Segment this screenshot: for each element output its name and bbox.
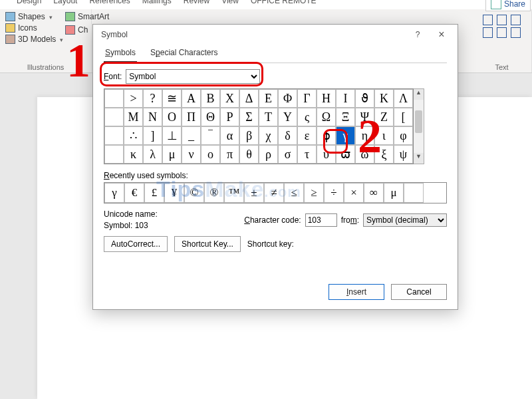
- symbol-cell[interactable]: Ω: [317, 108, 336, 126]
- symbol-cell[interactable]: _: [182, 126, 201, 145]
- symbol-cell[interactable]: ω: [355, 145, 374, 164]
- tab-view[interactable]: View: [221, 0, 239, 5]
- symbol-cell[interactable]: Ξ: [336, 108, 355, 126]
- symbol-cell[interactable]: υ: [317, 145, 336, 164]
- symbol-cell[interactable]: ϕ: [317, 126, 336, 145]
- textbox-icon[interactable]: [483, 15, 493, 25]
- tab-mailings[interactable]: Mailings: [142, 0, 172, 5]
- grid-scrollbar[interactable]: ▲ ▼: [414, 88, 424, 164]
- symbol-cell[interactable]: τ: [297, 145, 317, 164]
- autocorrect-button[interactable]: AutoCorrect...: [104, 236, 168, 252]
- symbol-cell[interactable]: Υ: [278, 108, 297, 126]
- symbol-cell[interactable]: Α: [182, 89, 201, 108]
- recent-cell[interactable]: ≥: [304, 183, 324, 203]
- recent-grid[interactable]: γ€£¥©®™±≠≤≥÷×∞μ: [104, 182, 447, 203]
- symbol-cell[interactable]: ϑ: [355, 89, 374, 108]
- symbol-cell[interactable]: ε: [297, 126, 317, 145]
- symbol-cell-blank[interactable]: [104, 126, 124, 145]
- tab-references[interactable]: References: [89, 0, 130, 5]
- symbol-cell[interactable]: ξ: [374, 145, 394, 164]
- symbol-cell[interactable]: γ: [336, 126, 355, 145]
- symbol-cell[interactable]: Β: [201, 89, 220, 108]
- symbol-cell[interactable]: Λ: [394, 89, 413, 108]
- symbol-cell[interactable]: Φ: [278, 89, 297, 108]
- symbol-cell[interactable]: π: [220, 145, 239, 164]
- recent-cell[interactable]: ≤: [284, 183, 304, 203]
- symbol-cell[interactable]: Ο: [162, 108, 182, 126]
- chart-button[interactable]: Ch: [65, 25, 88, 35]
- symbol-cell[interactable]: η: [355, 126, 374, 145]
- recent-cell[interactable]: ±: [244, 183, 264, 203]
- recent-cell[interactable]: ≠: [264, 183, 284, 203]
- recent-cell[interactable]: ©: [184, 183, 204, 203]
- symbol-cell-blank[interactable]: [104, 89, 124, 108]
- symbol-cell[interactable]: Θ: [201, 108, 220, 126]
- close-button[interactable]: ×: [430, 25, 454, 44]
- cancel-button[interactable]: Cancel: [391, 284, 447, 300]
- symbol-cell[interactable]: Ν: [143, 108, 162, 126]
- symbol-cell[interactable]: ‾: [201, 126, 220, 145]
- symbol-cell[interactable]: >: [124, 89, 143, 108]
- scroll-thumb[interactable]: [415, 110, 422, 133]
- symbol-cell[interactable]: ρ: [259, 145, 278, 164]
- charcode-input[interactable]: [305, 213, 337, 227]
- symbol-cell[interactable]: Η: [317, 89, 336, 108]
- recent-cell[interactable]: ∞: [364, 183, 384, 203]
- scroll-down-icon[interactable]: ▼: [414, 153, 424, 164]
- symbol-cell[interactable]: Ρ: [220, 108, 239, 126]
- symbol-cell[interactable]: κ: [124, 145, 143, 164]
- recent-cell[interactable]: μ: [384, 183, 404, 203]
- obj-icon[interactable]: [511, 27, 521, 38]
- dropcap-icon[interactable]: [483, 27, 493, 38]
- 3d-models-button[interactable]: 3D Models: [5, 35, 86, 44]
- recent-cell[interactable]: [404, 183, 424, 203]
- symbol-cell[interactable]: Δ: [239, 89, 259, 108]
- symbol-cell[interactable]: μ: [162, 145, 182, 164]
- symbol-cell[interactable]: λ: [143, 145, 162, 164]
- tab-design[interactable]: Design: [17, 0, 41, 5]
- symbol-cell[interactable]: Ε: [259, 89, 278, 108]
- font-select[interactable]: Symbol: [126, 69, 260, 84]
- dialog-titlebar[interactable]: Symbol ? ×: [93, 25, 458, 45]
- symbol-cell[interactable]: ς: [297, 108, 317, 126]
- symbol-cell[interactable]: ϖ: [336, 145, 355, 164]
- quickparts-icon[interactable]: [497, 15, 507, 25]
- symbol-cell[interactable]: ι: [374, 126, 394, 145]
- symbol-cell[interactable]: ∴: [124, 126, 143, 145]
- symbol-cell[interactable]: σ: [278, 145, 297, 164]
- symbol-cell[interactable]: Τ: [259, 108, 278, 126]
- symbol-cell[interactable]: Σ: [239, 108, 259, 126]
- scroll-up-icon[interactable]: ▲: [414, 89, 424, 100]
- symbol-grid[interactable]: >?≅ΑΒΧΔΕΦΓΗΙϑΚΛΜΝΟΠΘΡΣΤΥςΩΞΨΖ[∴]⊥_‾αβχδε…: [104, 88, 414, 164]
- symbol-cell[interactable]: Ζ: [374, 108, 394, 126]
- recent-cell[interactable]: €: [124, 183, 144, 203]
- symbol-cell-blank[interactable]: [104, 108, 124, 126]
- symbol-cell[interactable]: ν: [182, 145, 201, 164]
- symbol-cell[interactable]: δ: [278, 126, 297, 145]
- recent-cell[interactable]: ¥: [164, 183, 184, 203]
- smartart-button[interactable]: SmartArt: [65, 12, 109, 21]
- help-button[interactable]: ?: [406, 25, 430, 44]
- shortcut-key-button[interactable]: Shortcut Key...: [174, 236, 241, 252]
- tab-symbols[interactable]: Symbols: [104, 45, 137, 63]
- symbol-cell[interactable]: Ι: [336, 89, 355, 108]
- symbol-cell[interactable]: φ: [394, 126, 413, 145]
- recent-cell[interactable]: ®: [204, 183, 224, 203]
- recent-cell[interactable]: £: [144, 183, 164, 203]
- tab-special-chars[interactable]: Special Characters: [149, 45, 219, 63]
- symbol-cell[interactable]: ο: [201, 145, 220, 164]
- symbol-cell[interactable]: Μ: [124, 108, 143, 126]
- symbol-cell[interactable]: Ψ: [355, 108, 374, 126]
- wordart-icon[interactable]: [511, 15, 521, 25]
- recent-cell[interactable]: ×: [344, 183, 364, 203]
- symbol-cell[interactable]: ?: [143, 89, 162, 108]
- from-select[interactable]: Symbol (decimal): [363, 213, 447, 227]
- recent-cell[interactable]: ÷: [324, 183, 344, 203]
- symbol-cell[interactable]: χ: [259, 126, 278, 145]
- symbol-cell[interactable]: Κ: [374, 89, 394, 108]
- symbol-cell[interactable]: Γ: [297, 89, 317, 108]
- insert-button[interactable]: InsertInsert: [329, 284, 384, 300]
- symbol-cell[interactable]: Χ: [220, 89, 239, 108]
- share-button[interactable]: Share: [485, 0, 531, 11]
- tab-review[interactable]: Review: [184, 0, 209, 5]
